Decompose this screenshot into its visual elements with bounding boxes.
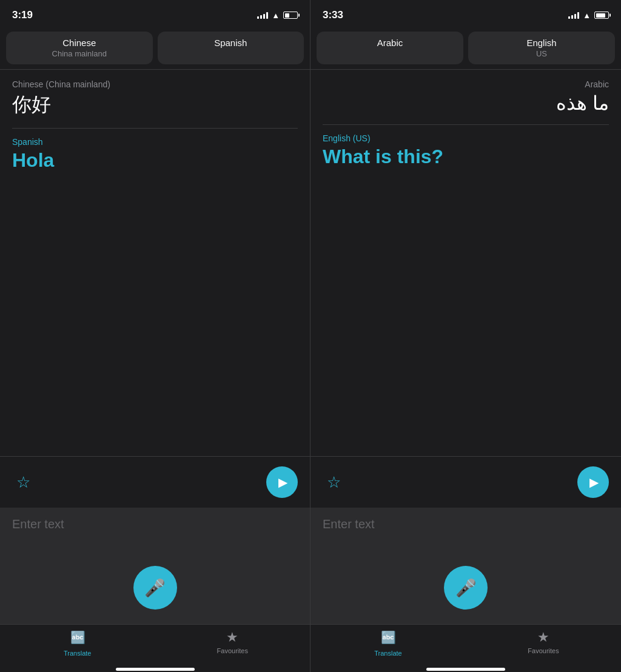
- right-home-bar: [426, 668, 505, 671]
- right-tab-favourites[interactable]: ★ Favourites: [466, 630, 621, 657]
- left-translate-icon: 🔤: [70, 630, 85, 648]
- right-translation-area: Arabic ما هذه English (US) What is this?: [310, 70, 621, 456]
- right-favourite-button[interactable]: ☆: [323, 471, 344, 493]
- left-tab-favourites-label: Favourites: [217, 647, 248, 654]
- left-tab-translate[interactable]: 🔤 Translate: [0, 630, 155, 657]
- left-input-area[interactable]: Enter text: [0, 508, 310, 556]
- right-lang-btn-arabic[interactable]: Arabic: [317, 32, 463, 64]
- left-lang-btn-chinese-title: Chinese: [11, 38, 148, 48]
- right-star-icon: ☆: [327, 473, 341, 492]
- left-lang-btn-spanish[interactable]: Spanish: [158, 32, 304, 64]
- left-source-lang-label: Chinese (China mainland): [12, 79, 298, 89]
- left-play-button[interactable]: ▶: [266, 466, 298, 498]
- right-favourites-icon: ★: [537, 630, 549, 645]
- left-play-icon: ▶: [278, 475, 287, 489]
- left-target-text: Hola: [12, 149, 298, 172]
- left-mic-area: 🎤: [0, 556, 310, 624]
- right-source-lang-label: Arabic: [323, 79, 609, 89]
- left-favourite-button[interactable]: ☆: [12, 471, 34, 493]
- left-tab-bar: 🔤 Translate ★ Favourites: [0, 624, 310, 669]
- right-enter-text-placeholder[interactable]: Enter text: [323, 517, 375, 531]
- left-enter-text-placeholder[interactable]: Enter text: [12, 517, 64, 531]
- right-battery-icon: [594, 12, 609, 19]
- right-mic-button[interactable]: 🎤: [444, 566, 488, 610]
- svg-text:🔤: 🔤: [70, 630, 85, 644]
- right-status-bar: 3:33 ▲: [310, 0, 621, 27]
- right-phone: 3:33 ▲ Arabic English: [310, 0, 621, 672]
- right-mic-icon: 🎤: [455, 578, 477, 598]
- right-translate-icon: 🔤: [381, 630, 395, 648]
- left-lang-selector: Chinese China mainland Spanish: [0, 27, 310, 69]
- right-tab-bar: 🔤 Translate ★ Favourites: [310, 624, 621, 669]
- right-mic-area: 🎤: [310, 556, 621, 624]
- left-battery-icon: [283, 12, 298, 19]
- right-lang-btn-english-subtitle: US: [473, 49, 610, 58]
- right-tab-favourites-label: Favourites: [528, 647, 559, 654]
- left-status-icons: ▲: [257, 11, 298, 20]
- left-home-indicator: [0, 669, 310, 672]
- right-action-bar: ☆ ▶: [310, 456, 621, 508]
- left-source-text: 你好: [12, 92, 298, 118]
- right-lang-btn-arabic-title: Arabic: [321, 38, 458, 48]
- svg-text:🔤: 🔤: [381, 630, 395, 644]
- right-time: 3:33: [323, 9, 343, 21]
- left-translation-divider: [12, 128, 298, 129]
- right-source-text: ما هذه: [323, 92, 609, 115]
- left-mic-button[interactable]: 🎤: [133, 566, 177, 610]
- right-signal-icon: [568, 12, 579, 19]
- left-signal-icon: [257, 12, 268, 19]
- left-favourites-icon: ★: [226, 630, 238, 645]
- right-lang-selector: Arabic English US: [310, 27, 621, 69]
- left-tab-favourites[interactable]: ★ Favourites: [155, 630, 310, 657]
- left-tab-translate-label: Translate: [64, 650, 91, 657]
- left-star-icon: ☆: [16, 473, 30, 492]
- right-play-button[interactable]: ▶: [577, 466, 609, 498]
- left-wifi-icon: ▲: [272, 11, 280, 20]
- left-lang-btn-spanish-title: Spanish: [163, 38, 300, 48]
- right-target-text: What is this?: [323, 146, 609, 168]
- right-tab-translate-label: Translate: [374, 650, 401, 657]
- right-play-icon: ▶: [589, 475, 599, 489]
- left-mic-icon: 🎤: [144, 578, 166, 598]
- right-lang-btn-english[interactable]: English US: [468, 32, 615, 64]
- right-input-area[interactable]: Enter text: [310, 508, 621, 556]
- left-phone: 3:19 ▲ Chinese China mainland: [0, 0, 310, 672]
- right-status-icons: ▲: [568, 11, 609, 20]
- left-action-bar: ☆ ▶: [0, 456, 310, 508]
- right-home-indicator: [310, 669, 621, 672]
- left-home-bar: [116, 668, 195, 671]
- right-wifi-icon: ▲: [583, 11, 591, 20]
- right-translation-divider: [323, 124, 609, 125]
- left-status-bar: 3:19 ▲: [0, 0, 310, 27]
- left-target-lang-label: Spanish: [12, 137, 298, 147]
- right-target-lang-label: English (US): [323, 133, 609, 143]
- left-lang-btn-chinese[interactable]: Chinese China mainland: [6, 32, 153, 64]
- left-translation-area: Chinese (China mainland) 你好 Spanish Hola: [0, 70, 310, 456]
- right-lang-btn-english-title: English: [473, 38, 610, 48]
- left-lang-btn-chinese-subtitle: China mainland: [11, 49, 148, 58]
- right-tab-translate[interactable]: 🔤 Translate: [310, 630, 466, 657]
- left-time: 3:19: [12, 9, 33, 21]
